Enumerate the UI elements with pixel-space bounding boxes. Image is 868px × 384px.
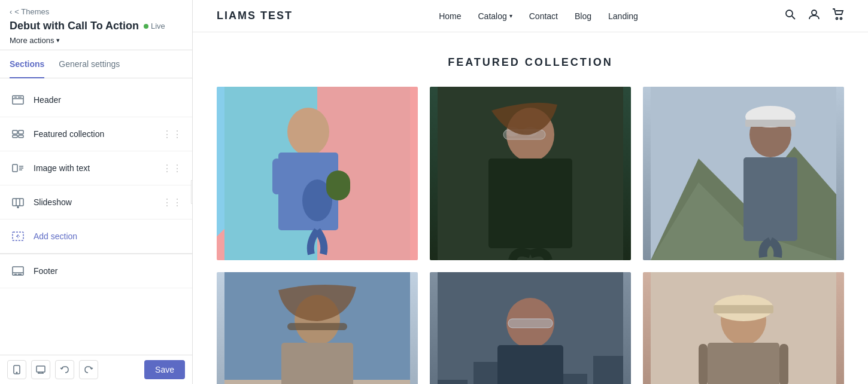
- product-image-2: [430, 87, 631, 260]
- theme-name-label: Debut with Call To Action: [10, 20, 139, 32]
- header-icon: [10, 92, 26, 108]
- live-badge: Live: [144, 22, 165, 31]
- section-item-featured-collection[interactable]: Featured collection ⋮⋮: [0, 117, 192, 151]
- svg-rect-7: [19, 135, 23, 138]
- svg-rect-4: [13, 130, 17, 134]
- svg-point-24: [16, 372, 17, 373]
- store-nav: Home Catalog ▾ Contact Blog Landing: [439, 11, 638, 21]
- featured-collection-title: FEATURED COLLECTION: [217, 56, 844, 69]
- account-icon[interactable]: [808, 8, 820, 23]
- catalog-dropdown-icon: ▾: [509, 13, 512, 19]
- add-section-icon: [10, 228, 26, 245]
- product-card-3[interactable]: [643, 87, 844, 260]
- nav-contact[interactable]: Contact: [529, 11, 558, 21]
- section-footer-label: Footer: [34, 266, 183, 276]
- redo-button[interactable]: [79, 360, 98, 379]
- drag-handle-image-text[interactable]: ⋮⋮: [162, 163, 183, 174]
- live-label: Live: [151, 22, 165, 31]
- nav-landing[interactable]: Landing: [608, 11, 638, 21]
- product-card-6[interactable]: [643, 272, 844, 384]
- svg-rect-8: [13, 164, 17, 172]
- svg-rect-25: [37, 366, 45, 372]
- section-header-label: Header: [34, 95, 183, 105]
- undo-button[interactable]: [55, 360, 74, 379]
- section-item-image-with-text[interactable]: Image with text ⋮⋮: [0, 151, 192, 185]
- drag-handle-slideshow[interactable]: ⋮⋮: [162, 197, 183, 208]
- svg-point-29: [786, 10, 793, 17]
- live-dot-icon: [144, 24, 148, 29]
- product-grid: [217, 87, 844, 384]
- nav-home[interactable]: Home: [439, 11, 461, 21]
- svg-rect-44: [488, 159, 572, 248]
- section-slideshow-label: Slideshow: [34, 197, 162, 207]
- product-image-3: [643, 87, 844, 260]
- svg-rect-5: [19, 130, 23, 134]
- sidebar: ‹ < Themes Debut with Call To Action Liv…: [0, 0, 193, 384]
- svg-rect-58: [287, 323, 347, 330]
- more-actions-button[interactable]: More actions ▾: [10, 36, 183, 45]
- collection-icon: [10, 126, 26, 142]
- svg-point-32: [836, 18, 837, 20]
- svg-rect-61: [438, 380, 468, 384]
- more-actions-label: More actions: [10, 36, 54, 45]
- sidebar-collapse-handle[interactable]: ‹: [191, 180, 193, 204]
- section-item-slideshow[interactable]: Slideshow ⋮⋮: [0, 185, 192, 220]
- nav-catalog[interactable]: Catalog ▾: [478, 11, 512, 21]
- svg-rect-12: [13, 199, 23, 206]
- svg-rect-67: [508, 319, 553, 328]
- tabs-bar: Sections General settings: [0, 50, 192, 78]
- drag-handle-featured[interactable]: ⋮⋮: [162, 129, 183, 140]
- product-image-5: [430, 272, 631, 384]
- sections-list: Header Featured collection ⋮⋮: [0, 78, 192, 355]
- mobile-preview-button[interactable]: [7, 360, 26, 379]
- tab-sections[interactable]: Sections: [10, 51, 44, 78]
- store-logo: LIAMS TEST: [217, 10, 293, 22]
- sidebar-header: ‹ < Themes Debut with Call To Action Liv…: [0, 0, 192, 50]
- bottom-bar: Save: [0, 355, 192, 384]
- product-card-1[interactable]: [217, 87, 418, 260]
- add-section-button[interactable]: Add section: [0, 220, 192, 254]
- svg-rect-59: [281, 343, 353, 384]
- svg-rect-6: [13, 135, 17, 138]
- svg-rect-39: [272, 159, 281, 194]
- svg-rect-54: [743, 157, 797, 241]
- back-chevron-icon: ‹: [10, 7, 12, 16]
- section-item-footer[interactable]: Footer: [0, 254, 192, 288]
- svg-point-15: [17, 207, 19, 208]
- product-image-1: [217, 87, 418, 260]
- nav-blog[interactable]: Blog: [575, 11, 591, 21]
- store-header: LIAMS TEST Home Catalog ▾ Contact Blog L…: [193, 0, 868, 32]
- slideshow-icon: [10, 194, 26, 211]
- svg-rect-72: [714, 305, 773, 313]
- svg-rect-73: [699, 344, 708, 384]
- product-image-6: [643, 272, 844, 384]
- more-actions-chevron-icon: ▾: [56, 36, 60, 44]
- save-button[interactable]: Save: [144, 360, 185, 379]
- tab-general-settings[interactable]: General settings: [59, 51, 120, 78]
- store-icons: [784, 8, 844, 23]
- svg-rect-70: [708, 343, 779, 384]
- svg-point-33: [840, 18, 842, 20]
- back-link[interactable]: ‹ < Themes: [10, 7, 183, 16]
- section-item-header[interactable]: Header: [0, 83, 192, 117]
- back-link-label: < Themes: [14, 7, 49, 16]
- search-icon[interactable]: [784, 8, 796, 23]
- product-card-2[interactable]: [430, 87, 631, 260]
- add-section-label: Add section: [34, 231, 77, 241]
- product-image-4: [217, 272, 418, 384]
- section-image-text-label: Image with text: [34, 163, 162, 173]
- cart-icon[interactable]: [832, 8, 844, 23]
- theme-title: Debut with Call To Action Live: [10, 20, 183, 32]
- product-card-4[interactable]: [217, 272, 418, 384]
- product-card-5[interactable]: [430, 272, 631, 384]
- featured-collection-section: FEATURED COLLECTION: [193, 32, 868, 384]
- image-text-icon: [10, 160, 26, 176]
- preview-area: LIAMS TEST Home Catalog ▾ Contact Blog L…: [193, 0, 868, 384]
- desktop-preview-button[interactable]: [31, 360, 50, 379]
- footer-icon: [10, 263, 26, 279]
- svg-rect-53: [745, 120, 796, 127]
- svg-rect-64: [593, 356, 623, 384]
- svg-line-30: [792, 16, 795, 19]
- section-featured-label: Featured collection: [34, 129, 162, 139]
- svg-rect-66: [497, 345, 563, 384]
